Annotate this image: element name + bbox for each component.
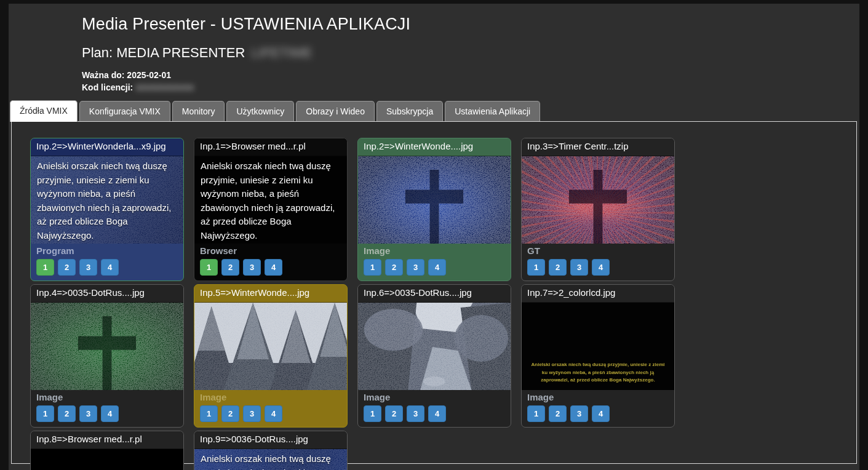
input-card-title: Inp.1=>Browser med...r.pl xyxy=(194,138,347,156)
input-thumbnail: Anielski orszak niech twą duszę przyjmie… xyxy=(31,156,183,244)
input-thumbnail-clock: 18:54:34 xyxy=(31,449,183,470)
input-thumbnail-snowy-forest xyxy=(358,303,511,390)
input-type-label: Image xyxy=(522,390,674,403)
screen-button-4[interactable]: 4 xyxy=(101,259,119,276)
screen-button-2[interactable]: 2 xyxy=(58,259,76,276)
input-card-title: Inp.5=>WinterWonde....jpg xyxy=(194,285,347,303)
input-type-label: Image xyxy=(31,390,183,403)
input-type-label: Image xyxy=(358,390,511,403)
input-card-title: Inp.8=>Browser med...r.pl xyxy=(31,431,183,449)
input-card-inp5-image: Inp.5=>WinterWonde....jpg xyxy=(194,284,348,428)
song-text-overlay: Anielski orszak niech twą duszę przyjmie… xyxy=(194,449,347,470)
vmix-input-grid: Inp.2=>WinterWonderla...x9.jpg Anielski … xyxy=(12,122,856,470)
screen-buttons: 1 2 3 4 xyxy=(522,257,674,281)
screen-button-3[interactable]: 3 xyxy=(570,405,588,422)
input-type-label: GT xyxy=(522,244,674,257)
tab-content-panel: Inp.2=>WinterWonderla...x9.jpg Anielski … xyxy=(11,121,857,464)
cross-silhouette xyxy=(396,164,472,244)
screen-button-3[interactable]: 3 xyxy=(79,405,97,422)
screen-button-3[interactable]: 3 xyxy=(407,259,424,276)
screen-button-4[interactable]: 4 xyxy=(101,405,119,422)
input-thumbnail: Anielski orszak niech twą duszę przyjmie… xyxy=(194,449,347,470)
screen-button-4[interactable]: 4 xyxy=(265,259,282,276)
tab-zrodla-vmix[interactable]: Źródła VMIX xyxy=(10,100,78,122)
screen-button-2[interactable]: 2 xyxy=(549,259,567,276)
tab-konfiguracja-vmix[interactable]: Konfiguracja VMIX xyxy=(79,101,170,121)
license-line: Kod licencji: XXXXXXXXXXX xyxy=(82,81,841,94)
screen-buttons: 1 2 3 4 xyxy=(358,257,511,281)
tab-monitory[interactable]: Monitory xyxy=(172,101,225,121)
winter-trees-picture xyxy=(194,303,347,390)
tab-uzytkownicy[interactable]: Użytkownicy xyxy=(226,101,294,121)
input-type-label: Image xyxy=(358,244,511,257)
input-card-inp9-image: Inp.9=>0036-DotRus....jpg Anielski orsza… xyxy=(194,431,348,470)
screen-button-3[interactable]: 3 xyxy=(243,259,261,276)
input-card-title: Inp.3=>Timer Centr...tzip xyxy=(522,138,674,156)
plan-badge-blurred: LIFETIME xyxy=(251,45,312,61)
valid-until: Ważna do: 2025-02-01 xyxy=(82,69,841,81)
screen-buttons: 1 2 3 4 xyxy=(522,403,674,428)
input-thumbnail-black-text: Anielski orszak niech twą duszę przyjmie… xyxy=(522,303,674,390)
header: Media Presenter - USTAWIENIA APLIKACJI P… xyxy=(9,4,859,94)
snowy-forest-picture xyxy=(358,303,511,390)
license-label: Kod licencji: xyxy=(82,82,133,92)
license-code-blurred: XXXXXXXXXXX xyxy=(135,83,194,92)
screen-button-2[interactable]: 2 xyxy=(58,405,76,422)
tab-bar: Źródła VMIX Konfiguracja VMIX Monitory U… xyxy=(10,100,857,121)
song-text-overlay: Anielski orszak niech twą duszę przyjmie… xyxy=(194,156,347,244)
input-card-title: Inp.6=>0035-DotRus....jpg xyxy=(358,285,511,303)
screen-button-1[interactable]: 1 xyxy=(36,405,54,422)
tab-subskrypcja[interactable]: Subskrypcja xyxy=(376,101,443,121)
screen-button-1[interactable]: 1 xyxy=(364,405,381,422)
input-thumbnail-cross-green xyxy=(31,303,183,390)
screen-button-2[interactable]: 2 xyxy=(385,405,403,422)
screen-button-4[interactable]: 4 xyxy=(428,405,446,422)
input-thumbnail-winter-trees xyxy=(194,303,347,390)
screen-button-3[interactable]: 3 xyxy=(243,405,261,422)
screen-button-2[interactable]: 2 xyxy=(385,259,403,276)
input-card-inp7-image: Inp.7=>2_colorlcd.jpg Anielski orszak ni… xyxy=(521,284,675,428)
screen-button-2[interactable]: 2 xyxy=(549,405,567,422)
input-thumbnail-cross-purple xyxy=(522,156,674,244)
screen-button-1[interactable]: 1 xyxy=(200,259,218,276)
screen-button-2[interactable]: 2 xyxy=(221,405,239,422)
input-thumbnail: Anielski orszak niech twą duszę przyjmie… xyxy=(194,156,347,244)
screen-buttons: 1 2 3 4 xyxy=(358,403,511,428)
input-card-inp1-browser: Inp.1=>Browser med...r.pl Anielski orsza… xyxy=(194,138,348,281)
tab-ustawienia-aplikacji[interactable]: Ustawienia Aplikacji xyxy=(445,101,540,121)
screen-button-4[interactable]: 4 xyxy=(592,259,610,276)
screen-button-1[interactable]: 1 xyxy=(364,259,381,276)
input-card-inp6-image: Inp.6=>0035-DotRus....jpg Image xyxy=(357,284,511,428)
screen-button-1[interactable]: 1 xyxy=(200,405,218,422)
input-card-title: Inp.4=>0035-DotRus....jpg xyxy=(31,285,183,303)
input-card-inp2-program: Inp.2=>WinterWonderla...x9.jpg Anielski … xyxy=(30,138,184,281)
screen-button-4[interactable]: 4 xyxy=(428,259,446,276)
input-card-inp4-image: Inp.4=>0035-DotRus....jpg Image 1 2 3 4 xyxy=(30,284,184,428)
input-type-label: Browser xyxy=(194,244,347,257)
input-card-title: Inp.2=>WinterWonderla...x9.jpg xyxy=(31,138,183,156)
screen-buttons: 1 2 3 4 xyxy=(194,403,347,428)
screen-button-3[interactable]: 3 xyxy=(79,259,97,276)
tab-obrazy-i-wideo[interactable]: Obrazy i Wideo xyxy=(296,101,375,121)
input-card-inp8-browser: Inp.8=>Browser med...r.pl 18:54:34 Brows… xyxy=(30,431,184,470)
screen-button-1[interactable]: 1 xyxy=(527,405,545,422)
screen-button-1[interactable]: 1 xyxy=(527,259,545,276)
plan-line: Plan: MEDIA PRESENTER LIFETIME xyxy=(82,45,841,61)
input-card-inp3-gt: Inp.3=>Timer Centr...tzip GT 1 2 3 4 xyxy=(521,138,675,281)
screen-button-3[interactable]: 3 xyxy=(570,259,588,276)
screen-buttons: 1 2 3 4 xyxy=(31,257,183,281)
plan-label: Plan: MEDIA PRESENTER xyxy=(82,45,245,61)
screen-buttons: 1 2 3 4 xyxy=(31,403,183,428)
input-type-label: Image xyxy=(194,390,347,403)
app-window: Media Presenter - USTAWIENIA APLIKACJI P… xyxy=(9,4,859,470)
screen-button-3[interactable]: 3 xyxy=(407,405,424,422)
screen-buttons: 1 2 3 4 xyxy=(194,257,347,281)
screen-button-4[interactable]: 4 xyxy=(265,405,282,422)
screen-button-2[interactable]: 2 xyxy=(221,259,239,276)
input-type-label: Program xyxy=(31,244,183,257)
screen-button-4[interactable]: 4 xyxy=(592,405,610,422)
song-text-overlay: Anielski orszak niech twą duszę przyjmie… xyxy=(31,156,183,244)
cross-silhouette xyxy=(69,310,145,391)
page-title: Media Presenter - USTAWIENIA APLIKACJI xyxy=(82,15,841,34)
screen-button-1[interactable]: 1 xyxy=(36,259,54,276)
